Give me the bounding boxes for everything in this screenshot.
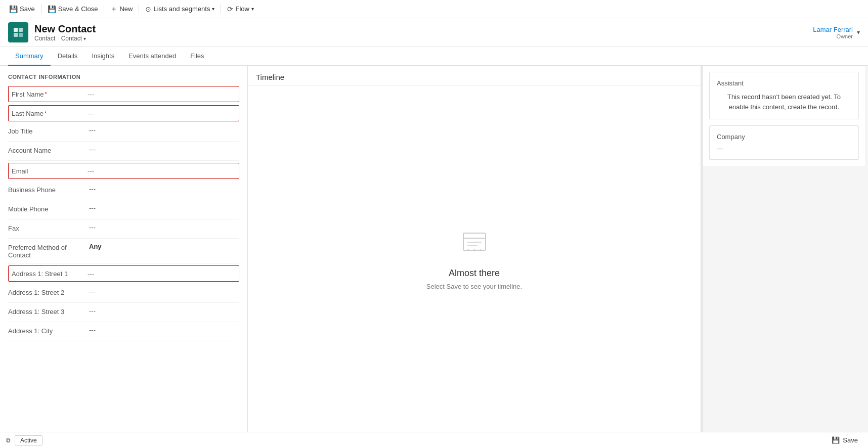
company-card-value[interactable]: --- [717, 145, 851, 152]
last-name-label: Last Name * [12, 110, 88, 117]
fax-value[interactable]: --- [89, 223, 239, 231]
last-name-value[interactable]: --- [88, 110, 236, 117]
address1-street1-label: Address 1: Street 1 [12, 270, 88, 278]
timeline-body: Almost there Select Save to see your tim… [248, 86, 701, 432]
assistant-card: Assistant This record hasn't been create… [709, 72, 859, 119]
user-menu[interactable]: Lamar Ferrari Owner ▾ [813, 26, 860, 39]
tab-summary[interactable]: Summary [8, 47, 51, 66]
mobile-phone-field[interactable]: Mobile Phone --- [8, 200, 239, 219]
toolbar-divider [41, 4, 41, 14]
last-name-required-star: * [45, 110, 47, 116]
first-name-label: First Name * [12, 91, 88, 98]
address1-city-value[interactable]: --- [89, 326, 239, 334]
svg-point-6 [467, 249, 469, 251]
first-name-required-star: * [45, 91, 47, 97]
status-badge[interactable]: Active [15, 435, 42, 445]
preferred-contact-field[interactable]: Preferred Method of Contact Any [8, 239, 239, 263]
address1-street3-value[interactable]: --- [89, 307, 239, 315]
tab-files[interactable]: Files [183, 47, 211, 66]
toolbar-divider-2 [104, 4, 104, 14]
lists-segments-chevron-icon: ▾ [212, 6, 214, 12]
email-value[interactable]: --- [88, 167, 236, 175]
mobile-phone-value[interactable]: --- [89, 204, 239, 212]
fax-field[interactable]: Fax --- [8, 219, 239, 239]
panel-resize-handle[interactable] [701, 66, 703, 432]
email-field[interactable]: Email --- [8, 163, 239, 179]
svg-point-8 [480, 249, 482, 251]
timeline-empty-title: Almost there [449, 268, 500, 279]
address1-street2-label: Address 1: Street 2 [8, 288, 89, 296]
lists-segments-button[interactable]: ⊙ Lists and segments ▾ [140, 0, 220, 18]
new-icon: ＋ [110, 5, 117, 14]
business-phone-field[interactable]: Business Phone --- [8, 181, 239, 200]
breadcrumb-contact1[interactable]: Contact [34, 35, 55, 42]
address1-street1-value[interactable]: --- [88, 270, 236, 278]
first-name-value[interactable]: --- [88, 91, 236, 98]
address1-street2-value[interactable]: --- [89, 288, 239, 295]
preferred-contact-value[interactable]: Any [89, 243, 239, 250]
address1-street1-field[interactable]: Address 1: Street 1 --- [8, 265, 239, 282]
business-phone-label: Business Phone [8, 185, 89, 194]
email-label: Email [12, 167, 88, 175]
save-icon: 💾 [9, 5, 18, 13]
job-title-label: Job Title [8, 126, 89, 135]
toolbar-divider-3 [139, 4, 139, 14]
tab-insights[interactable]: Insights [84, 47, 121, 66]
account-name-field[interactable]: Account Name --- [8, 142, 239, 161]
fax-label: Fax [8, 223, 89, 232]
save-button[interactable]: 💾 Save [4, 0, 40, 18]
status-window-icon[interactable]: ⧉ [6, 437, 11, 444]
breadcrumb-chevron-icon: ▾ [83, 36, 86, 41]
tab-events-attended[interactable]: Events attended [121, 47, 183, 66]
save-close-icon: 💾 [48, 5, 56, 13]
status-save-button[interactable]: 💾 Save [828, 434, 862, 446]
page-header: New Contact Contact · Contact ▾ Lamar Fe… [0, 18, 868, 47]
account-name-value[interactable]: --- [89, 146, 239, 153]
svg-rect-1 [19, 28, 23, 32]
user-name: Lamar Ferrari [813, 26, 853, 33]
timeline-empty-subtitle: Select Save to see your timeline. [426, 283, 522, 290]
tab-details[interactable]: Details [51, 47, 85, 66]
svg-rect-2 [14, 33, 18, 37]
main-content: CONTACT INFORMATION First Name * --- Las… [0, 66, 868, 432]
new-button[interactable]: ＋ New [105, 0, 138, 18]
contact-info-panel: CONTACT INFORMATION First Name * --- Las… [0, 66, 248, 432]
svg-rect-3 [19, 33, 23, 37]
breadcrumb-contact2[interactable]: Contact ▾ [61, 35, 86, 42]
address1-street3-field[interactable]: Address 1: Street 3 --- [8, 303, 239, 322]
app-icon [8, 22, 28, 42]
job-title-value[interactable]: --- [89, 126, 239, 134]
flow-button[interactable]: ⟳ Flow ▾ [222, 0, 258, 18]
last-name-field[interactable]: Last Name * --- [8, 105, 239, 121]
address1-street2-field[interactable]: Address 1: Street 2 --- [8, 284, 239, 303]
toolbar: 💾 Save 💾 Save & Close ＋ New ⊙ Lists and … [0, 0, 868, 18]
svg-rect-0 [14, 28, 18, 32]
timeline-title: Timeline [248, 66, 701, 86]
user-role: Owner [813, 33, 853, 39]
address1-street3-label: Address 1: Street 3 [8, 307, 89, 316]
address1-city-field[interactable]: Address 1: City --- [8, 322, 239, 341]
job-title-field[interactable]: Job Title --- [8, 122, 239, 142]
section-title: CONTACT INFORMATION [8, 74, 239, 80]
flow-chevron-icon: ▾ [251, 6, 254, 12]
first-name-field[interactable]: First Name * --- [8, 86, 239, 102]
flow-icon: ⟳ [227, 5, 233, 13]
assistant-card-text: This record hasn't been created yet. To … [717, 92, 851, 112]
header-title-area: New Contact Contact · Contact ▾ [34, 23, 813, 42]
save-close-button[interactable]: 💾 Save & Close [42, 0, 103, 18]
toolbar-divider-4 [221, 4, 221, 14]
timeline-panel: Timeline Almost there Select Save to see… [248, 66, 701, 432]
status-bar: ⧉ Active 💾 Save [0, 432, 868, 448]
business-phone-value[interactable]: --- [89, 185, 239, 193]
right-panel: Assistant This record hasn't been create… [703, 66, 865, 166]
assistant-card-title: Assistant [717, 79, 851, 87]
company-card: Company --- [709, 125, 859, 160]
company-card-title: Company [717, 133, 851, 141]
svg-rect-4 [463, 233, 486, 250]
preferred-contact-label: Preferred Method of Contact [8, 243, 89, 259]
tab-bar: Summary Details Insights Events attended… [0, 47, 868, 66]
timeline-empty-icon [459, 228, 490, 260]
svg-point-7 [473, 249, 475, 251]
mobile-phone-label: Mobile Phone [8, 204, 89, 213]
user-menu-chevron-icon: ▾ [857, 29, 860, 36]
